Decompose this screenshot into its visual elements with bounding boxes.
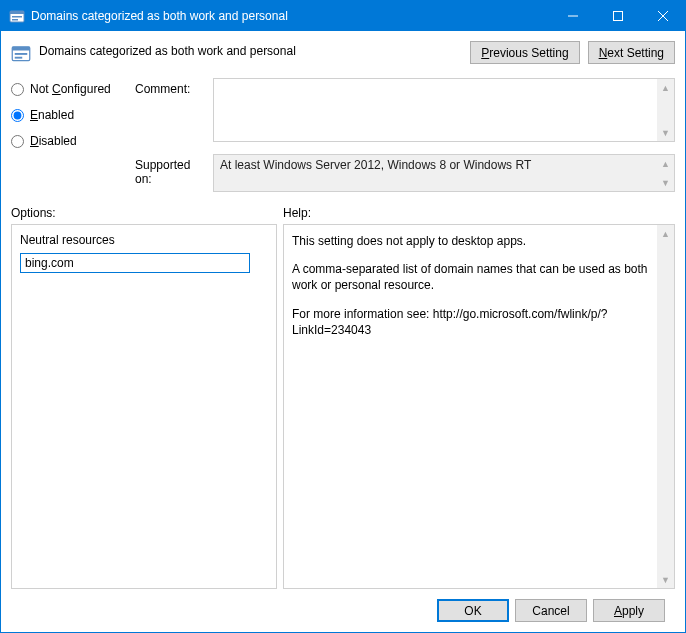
scroll-down-icon[interactable]: ▼ <box>657 571 674 588</box>
header-row: Domains categorized as both work and per… <box>11 41 675 64</box>
scroll-down-icon[interactable]: ▼ <box>657 124 674 141</box>
neutral-resources-input[interactable] <box>20 253 250 273</box>
dialog-footer: OK Cancel Apply <box>11 589 675 632</box>
ok-button[interactable]: OK <box>437 599 509 622</box>
help-line: A comma-separated list of domain names t… <box>292 261 650 293</box>
svg-rect-3 <box>12 19 18 21</box>
page-title: Domains categorized as both work and per… <box>39 41 470 58</box>
scrollbar[interactable]: ▲ ▼ <box>657 225 674 588</box>
close-button[interactable] <box>640 1 685 31</box>
settings-grid: Not Configured Enabled Disabled Comment:… <box>11 78 675 192</box>
radio-disabled-input[interactable] <box>11 135 24 148</box>
titlebar: Domains categorized as both work and per… <box>1 1 685 31</box>
radio-not-configured[interactable]: Not Configured <box>11 82 129 96</box>
svg-rect-2 <box>12 16 22 18</box>
next-setting-button[interactable]: Next Setting <box>588 41 675 64</box>
comment-textarea[interactable]: ▲ ▼ <box>213 78 675 142</box>
previous-setting-button[interactable]: Previous Setting <box>470 41 579 64</box>
minimize-button[interactable] <box>550 1 595 31</box>
panels: Neutral resources This setting does not … <box>11 224 675 589</box>
radio-disabled[interactable]: Disabled <box>11 134 129 148</box>
supported-on-box: At least Windows Server 2012, Windows 8 … <box>213 154 675 192</box>
help-line: For more information see: http://go.micr… <box>292 306 650 338</box>
help-line: This setting does not apply to desktop a… <box>292 233 650 249</box>
svg-rect-1 <box>10 11 24 14</box>
scrollbar[interactable]: ▲ ▼ <box>657 79 674 141</box>
radio-enabled-input[interactable] <box>11 109 24 122</box>
svg-rect-11 <box>15 57 23 59</box>
options-header: Options: <box>11 206 283 220</box>
dialog-content: Domains categorized as both work and per… <box>1 31 685 632</box>
apply-button[interactable]: Apply <box>593 599 665 622</box>
state-radios: Not Configured Enabled Disabled <box>11 78 129 148</box>
nav-buttons: Previous Setting Next Setting <box>470 41 675 64</box>
help-header: Help: <box>283 206 311 220</box>
svg-rect-9 <box>12 47 30 51</box>
neutral-resources-label: Neutral resources <box>20 233 268 247</box>
scroll-down-icon: ▼ <box>657 174 674 191</box>
radio-not-configured-input[interactable] <box>11 83 24 96</box>
svg-rect-5 <box>613 12 622 21</box>
radio-enabled[interactable]: Enabled <box>11 108 129 122</box>
panel-headers: Options: Help: <box>11 206 675 220</box>
window-title: Domains categorized as both work and per… <box>31 9 550 23</box>
supported-label: Supported on: <box>135 154 207 186</box>
comment-label: Comment: <box>135 78 207 96</box>
svg-rect-10 <box>15 53 28 55</box>
policy-icon <box>9 8 25 24</box>
help-text: This setting does not apply to desktop a… <box>292 233 650 338</box>
scroll-up-icon[interactable]: ▲ <box>657 79 674 96</box>
window-controls <box>550 1 685 31</box>
scroll-up-icon[interactable]: ▲ <box>657 225 674 242</box>
options-panel: Neutral resources <box>11 224 277 589</box>
cancel-button[interactable]: Cancel <box>515 599 587 622</box>
scroll-up-icon: ▲ <box>657 155 674 172</box>
policy-icon <box>11 43 31 63</box>
help-panel: This setting does not apply to desktop a… <box>283 224 675 589</box>
scrollbar: ▲ ▼ <box>657 155 674 191</box>
maximize-button[interactable] <box>595 1 640 31</box>
supported-on-text: At least Windows Server 2012, Windows 8 … <box>220 158 531 172</box>
